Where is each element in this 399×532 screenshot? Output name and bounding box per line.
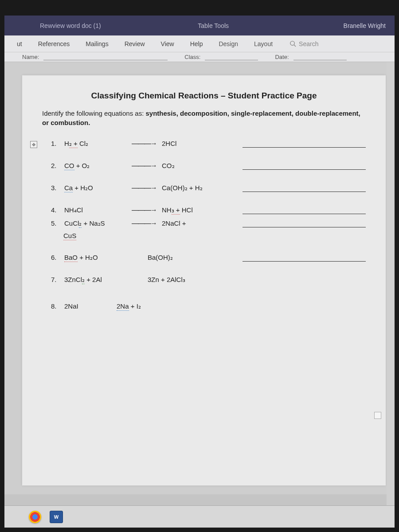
eq-right: 3Zn + 2AlCl₃ <box>148 276 185 284</box>
tab-view[interactable]: View <box>153 37 182 51</box>
instructions-prefix: Identify the following equations as: <box>42 110 145 117</box>
question-4: 4. NH₄Cl ———→ NH₃ + HCl <box>51 206 366 214</box>
page-title: Classifying Chemical Reactions – Student… <box>42 91 366 101</box>
svg-point-0 <box>290 41 294 45</box>
arrow-icon: ———→ <box>132 219 156 227</box>
answer-line-5[interactable] <box>243 219 366 227</box>
question-6: 6. BaO + H₂O Ba(OH)₂ <box>51 254 366 262</box>
document-header-fields: Name: Class: Date: <box>4 52 395 62</box>
eq-left: 2NaI <box>64 302 100 310</box>
answer-line-4[interactable] <box>243 206 366 214</box>
chrome-icon <box>29 511 41 523</box>
eq-right: 2NaCl + <box>162 219 186 227</box>
questions-list: 1. H₂ + Cl₂ ———→ 2HCl 2. CO + O₂ ———→ CO <box>42 140 366 310</box>
q-num: 3. <box>51 184 61 192</box>
tab-mailings[interactable]: Mailings <box>78 37 116 51</box>
eq-left: Ca + H₂O <box>64 184 126 192</box>
eq-right: 2HCl <box>162 140 176 147</box>
search-icon <box>289 40 296 47</box>
q-num: 6. <box>51 254 61 261</box>
eq-right: Ba(OH)₂ <box>148 254 173 262</box>
tab-help[interactable]: Help <box>182 37 211 51</box>
document-page[interactable]: Classifying Chemical Reactions – Student… <box>22 75 386 485</box>
instructions: Identify the following equations as: syn… <box>42 109 366 127</box>
q-num: 1. <box>51 140 61 147</box>
eq-left: BaO + H₂O <box>64 254 126 262</box>
date-field[interactable] <box>293 54 347 60</box>
search-box[interactable]: Search <box>289 40 318 47</box>
arrow-icon: ———→ <box>132 184 156 192</box>
taskbar: W <box>4 505 395 528</box>
name-label: Name: <box>22 54 39 60</box>
answer-line-6[interactable] <box>243 254 366 262</box>
question-7: 7. 3ZnCl₂ + 2Al 3Zn + 2AlCl₃ <box>51 276 366 284</box>
arrow-icon: ———→ <box>132 140 156 148</box>
q-num: 4. <box>51 206 61 214</box>
question-2: 2. CO + O₂ ———→ CO₂ <box>51 162 366 170</box>
chrome-app-icon[interactable] <box>27 509 43 525</box>
eq-left: CuCl₂ + Na₂S <box>64 219 126 227</box>
eq-right: Ca(OH)₂ + H₂ <box>162 184 203 192</box>
q-num: 8. <box>51 302 61 310</box>
vertical-scrollbar[interactable] <box>387 62 395 505</box>
question-8: 8. 2NaI 2Na + I₂ <box>51 302 366 310</box>
eq-left: 3ZnCl₂ + 2Al <box>64 276 126 284</box>
title-bar: Rewview word doc (1) Table Tools Branell… <box>4 16 395 35</box>
arrow-icon: ———→ <box>132 162 156 170</box>
answer-line-3[interactable] <box>243 184 366 192</box>
eq-right: 2Na + I₂ <box>117 302 141 310</box>
comment-indicator[interactable] <box>374 412 381 419</box>
answer-line-2[interactable] <box>243 162 366 170</box>
eq-left: CO + O₂ <box>64 162 126 170</box>
name-field[interactable] <box>43 54 168 60</box>
user-name: Branelle Wright <box>344 22 386 29</box>
q-num: 2. <box>51 162 61 169</box>
class-field[interactable] <box>205 54 258 60</box>
arrow-icon: ———→ <box>132 206 156 214</box>
search-label: Search <box>299 40 318 47</box>
table-move-handle[interactable]: ✥ <box>30 141 37 148</box>
context-tab-title: Table Tools <box>83 22 344 29</box>
svg-line-1 <box>294 45 296 47</box>
tab-design[interactable]: Design <box>211 37 246 51</box>
class-label: Class: <box>184 54 200 60</box>
q-num: 7. <box>51 276 61 283</box>
question-5: 5. CuCl₂ + Na₂S ———→ 2NaCl + CuS <box>51 219 366 239</box>
document-area: Classifying Chemical Reactions – Student… <box>4 62 395 494</box>
answer-line-1[interactable] <box>243 140 366 148</box>
q-num: 5. <box>51 219 61 227</box>
question-3: 3. Ca + H₂O ———→ Ca(OH)₂ + H₂ <box>51 184 366 192</box>
word-app-icon[interactable]: W <box>50 511 63 523</box>
tab-layout[interactable]: Layout <box>246 37 281 51</box>
tab-ut[interactable]: ut <box>9 37 30 51</box>
eq-left: H₂ + Cl₂ <box>64 140 126 148</box>
eq-sub: CuS <box>63 232 76 240</box>
eq-right: NH₃ + HCl <box>162 206 193 214</box>
question-1: 1. H₂ + Cl₂ ———→ 2HCl <box>51 140 366 148</box>
tab-review[interactable]: Review <box>117 37 153 51</box>
ribbon-tabs: ut References Mailings Review View Help … <box>4 35 395 52</box>
eq-right: CO₂ <box>162 162 175 170</box>
tab-references[interactable]: References <box>30 37 78 51</box>
date-label: Date: <box>275 54 289 60</box>
eq-left: NH₄Cl <box>64 206 126 214</box>
